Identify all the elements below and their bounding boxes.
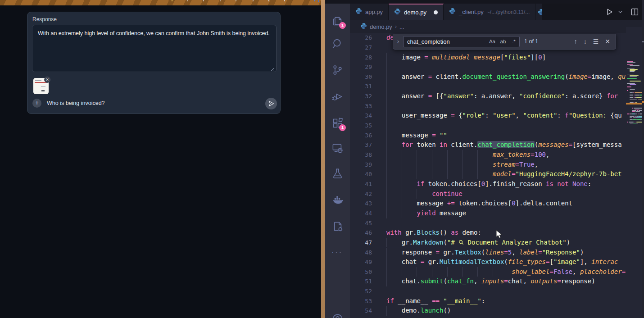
- line-number: 37: [350, 140, 372, 150]
- minimap-line: [630, 123, 633, 124]
- python-file-icon: [355, 8, 362, 16]
- tab-app-py[interactable]: app.py: [350, 4, 389, 20]
- code-line: 40 model="HuggingFaceH4/zephyr-7b-bet: [350, 169, 644, 179]
- breadcrumb-chevron-icon: ›: [395, 23, 397, 30]
- breadcrumb[interactable]: demo.py › ...: [350, 20, 644, 33]
- find-close-button[interactable]: ✕: [605, 38, 610, 45]
- code-line: 29: [350, 62, 644, 72]
- code-line: 35: [350, 121, 644, 131]
- vscode-window: 1 1: [325, 0, 644, 318]
- gradio-app-window: Response With an extremely high level of…: [0, 0, 321, 318]
- minimap[interactable]: [626, 27, 642, 312]
- code-text: stream=True,: [386, 160, 538, 170]
- find-widget: › chat_completion Aa ab .* 1 of 1 ↑ ↓ ☰ …: [393, 34, 616, 50]
- test-beaker-icon[interactable]: [331, 168, 344, 180]
- run-debug-icon[interactable]: [331, 91, 344, 103]
- minimap-line: [635, 95, 639, 95]
- code-line: 50 show_label=False, placeholder=: [350, 267, 644, 277]
- whole-word-toggle[interactable]: ab: [498, 39, 508, 44]
- remove-attachment-button[interactable]: ✕: [44, 77, 50, 83]
- response-textarea[interactable]: With an extremely high level of confiden…: [32, 25, 277, 72]
- line-number: 36: [350, 131, 372, 141]
- more-actions-icon[interactable]: ···: [331, 248, 343, 256]
- send-button[interactable]: [265, 98, 277, 109]
- match-case-toggle[interactable]: Aa: [487, 39, 498, 44]
- run-button[interactable]: [606, 8, 613, 16]
- line-number: 30: [350, 72, 372, 82]
- tab-client-py[interactable]: _client.py ~/.../python3.11/...: [444, 4, 535, 20]
- find-in-selection-button[interactable]: ☰: [593, 38, 599, 45]
- code-line: 55: [350, 316, 644, 318]
- minimap-line: [627, 78, 637, 79]
- add-file-button[interactable]: +: [32, 99, 41, 108]
- explorer-icon[interactable]: 1: [331, 15, 344, 27]
- line-number: 32: [350, 91, 372, 101]
- split-editor-icon[interactable]: [631, 8, 639, 16]
- minimap-line: [630, 76, 637, 77]
- find-expand-chevron-icon[interactable]: ›: [393, 38, 403, 45]
- minimap-line: [630, 80, 638, 81]
- find-input[interactable]: chat_completion Aa ab .*: [403, 36, 520, 47]
- line-number: 39: [350, 160, 372, 170]
- code-line: 45: [350, 218, 644, 228]
- minimap-line: [633, 123, 636, 124]
- code-text: chat = gr.MultimodalTextbox(file_types=[…: [386, 257, 618, 267]
- line-number: 40: [350, 169, 372, 179]
- left-window-titlebar: [0, 0, 321, 5]
- dev-container-icon[interactable]: [331, 220, 344, 232]
- regex-toggle[interactable]: .*: [508, 39, 519, 44]
- python-file-icon: [360, 23, 367, 31]
- minimap-line: [630, 88, 637, 89]
- vscode-titlebar-sliver: [325, 0, 644, 4]
- line-number: 31: [350, 82, 372, 91]
- chat-input-text[interactable]: Who is being invoiced?: [47, 100, 105, 106]
- modified-dot-icon[interactable]: [434, 10, 438, 14]
- line-number: 53: [350, 296, 372, 306]
- code-line: 51 chat.submit(chat_fn, inputs=chat, out…: [350, 277, 644, 286]
- account-icon[interactable]: [331, 313, 344, 318]
- minimap-line: [630, 119, 633, 120]
- minimap-line: [635, 122, 636, 123]
- line-number: 45: [350, 218, 372, 228]
- code-editor[interactable]: 26de2728 image = multimodal_message["fil…: [350, 33, 644, 318]
- code-line: 41 if token.choices[0].finish_reason is …: [350, 179, 644, 189]
- minimap-line: [627, 64, 633, 65]
- code-line: 39 stream=True,: [350, 160, 644, 170]
- minimap-line: [635, 114, 637, 114]
- line-number: 43: [350, 199, 372, 209]
- code-line: 34 user_message = {"role": "user", "cont…: [350, 111, 644, 121]
- line-number: 35: [350, 121, 372, 131]
- explorer-badge: 1: [339, 22, 346, 29]
- minimap-find-match: [626, 103, 642, 104]
- line-number: 46: [350, 228, 372, 238]
- tab-demo-py[interactable]: demo.py: [389, 4, 444, 20]
- minimap-line: [630, 116, 635, 117]
- search-icon[interactable]: [331, 38, 344, 50]
- run-dropdown-chevron-icon[interactable]: [618, 9, 623, 14]
- find-query-text[interactable]: chat_completion: [404, 38, 487, 45]
- minimap-line: [630, 95, 633, 95]
- source-control-icon[interactable]: [331, 64, 344, 76]
- line-number: 54: [350, 306, 372, 316]
- code-text: if token.choices[0].finish_reason is not…: [386, 179, 591, 189]
- minimap-line: [630, 75, 639, 76]
- code-text: show_label=False, placeholder=: [386, 267, 626, 277]
- overview-ruler[interactable]: [642, 0, 644, 318]
- find-next-button[interactable]: ↓: [584, 38, 587, 45]
- minimap-line: [633, 117, 634, 118]
- remote-explorer-icon[interactable]: [331, 142, 344, 154]
- code-text: yield message: [386, 209, 466, 218]
- extensions-icon[interactable]: 1: [331, 117, 344, 129]
- code-line: 28 image = multimodal_message["files"][0…: [350, 53, 644, 63]
- code-line: 48 response = gr.Textbox(lines=5, label=…: [350, 248, 644, 258]
- minimap-line: [627, 86, 631, 87]
- tab-overflow-sliver[interactable]: [535, 4, 542, 20]
- minimap-line: [635, 111, 640, 112]
- minimap-line: [635, 116, 636, 117]
- line-number: 33: [350, 101, 372, 111]
- extensions-badge: 1: [339, 124, 346, 131]
- minimap-line: [634, 97, 635, 98]
- textarea-resize-grip[interactable]: [270, 67, 274, 71]
- find-previous-button[interactable]: ↑: [574, 38, 577, 45]
- docker-icon[interactable]: [331, 194, 344, 206]
